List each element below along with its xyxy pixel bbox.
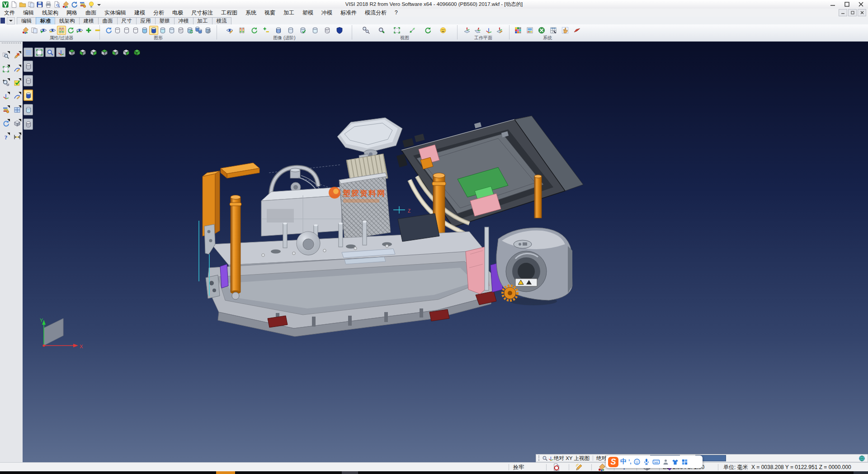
tab-progress[interactable]: 冲模 [174,17,193,24]
menu-window[interactable]: 视窗 [260,9,279,17]
more-commands-caret-icon[interactable] [97,4,101,8]
menu-machining[interactable]: 加工 [279,9,298,17]
view-front-button[interactable] [99,47,109,57]
image-properties-button[interactable] [525,26,534,35]
viewbar-grip[interactable] [538,455,539,461]
add-to-filter-button[interactable] [84,26,93,35]
measure-distance-button[interactable] [12,132,22,142]
zoom-extents-button[interactable] [377,26,386,35]
confirm-selection-button[interactable] [12,77,22,88]
zoom-scale-button[interactable] [0,77,11,88]
workplane-standard-button[interactable] [462,26,472,35]
new-document-button[interactable] [10,1,18,8]
plot-preview-button[interactable] [552,463,561,472]
render-view-button[interactable] [439,26,448,35]
context-help-button[interactable] [0,132,11,142]
layer-manager-button[interactable] [0,104,11,115]
snap-lock-label[interactable]: 拴牢 [513,463,524,472]
refresh-graphics-button[interactable] [104,26,113,35]
menu-solid-edit[interactable]: 实体编辑 [100,9,130,17]
graphics-viewport[interactable]: Z 塑胶资料网 Y X [23,42,868,462]
ime-punctuation-toggle[interactable]: ’, [628,459,632,465]
print-button[interactable] [44,1,52,8]
image-toggle-button[interactable] [262,26,271,35]
menu-help[interactable]: ? [391,9,402,17]
ime-emoji-button[interactable] [633,458,641,466]
ghost-mode-button[interactable] [24,118,33,130]
menu-mesh[interactable]: 网格 [62,9,81,17]
striped-render-button[interactable] [286,26,295,35]
regen-solid-button[interactable] [185,26,194,35]
tab-modeling[interactable]: 建模 [79,17,99,24]
rotate-view-button[interactable] [408,26,417,35]
close-button[interactable] [854,0,868,9]
zoom-preview-button[interactable] [0,50,11,61]
color-palette-button[interactable] [61,1,70,8]
textured-render-button[interactable] [274,26,283,35]
workplane-axis-button[interactable] [484,26,493,35]
show-entities-button[interactable] [39,26,48,35]
tab-dropdown-button[interactable] [7,17,15,24]
image-filters-button[interactable] [237,26,246,35]
hidden-line-view-button[interactable] [122,26,131,35]
ime-account-button[interactable] [662,458,670,466]
taskbar-app-gray[interactable] [342,471,358,474]
workplane-edit-button[interactable] [495,26,504,35]
regenerate-button[interactable] [66,26,75,35]
tab-standard[interactable]: 标准 [36,17,55,24]
menu-mould[interactable]: 塑模 [298,9,317,17]
edit-image-button[interactable] [225,26,234,35]
hide-entities-button[interactable] [48,26,57,35]
current-view-name[interactable]: 绝对 XY 上视图 [554,455,590,462]
print-preview-button[interactable] [53,1,61,8]
tab-surface[interactable]: 曲面 [98,17,118,24]
refresh-view-button[interactable] [423,26,432,35]
view-isometric-button[interactable] [132,47,142,57]
tab-machining[interactable]: 加工 [193,17,212,24]
view-left-button[interactable] [78,47,87,57]
move-ucs-button[interactable] [0,91,11,101]
color-settings-button[interactable] [514,26,523,35]
spline-edit-button[interactable] [12,91,22,101]
refresh-display-button[interactable] [0,118,11,128]
selection-filter-button[interactable] [561,26,570,35]
graphics-tools-button[interactable] [203,26,212,35]
wireframe-mode-button[interactable] [24,61,33,72]
glass-render-button[interactable] [311,26,320,35]
axes-display-button[interactable] [56,47,66,57]
sketch-edit-button[interactable] [12,64,22,74]
tab-flow[interactable]: 模流 [212,17,231,24]
menu-modeling[interactable]: 建模 [130,9,149,17]
system-options-button[interactable] [537,26,546,35]
mesh-render-button[interactable] [323,26,332,35]
flat-view-button[interactable] [167,26,176,35]
attribute-table-button[interactable] [549,26,558,35]
tab-application[interactable]: 应用 [136,17,156,24]
ime-toolbox-button[interactable] [681,458,689,466]
mesh-view-button[interactable] [176,26,185,35]
taskbar-app-orange[interactable] [216,471,235,474]
ime-voice-button[interactable] [643,458,651,466]
shaded-mode-button[interactable] [24,90,33,101]
workplane-rotate-button[interactable] [473,26,482,35]
copy-graphics-button[interactable] [194,26,203,35]
save-file-button[interactable] [36,1,44,8]
transparent-mode-button[interactable] [24,104,33,115]
menu-dimensioning[interactable]: 尺寸标注 [187,9,217,17]
grid-plane-button[interactable] [572,26,581,35]
viewport-menu-button[interactable] [24,47,33,57]
document-copy-button[interactable] [27,1,35,8]
cursor-mode-icon[interactable] [542,455,548,461]
menu-system[interactable]: 系统 [241,9,260,17]
attribute-filters-button[interactable] [57,26,66,35]
menu-drawing[interactable]: 工程图 [217,9,241,17]
dashed-view-button[interactable] [131,26,140,35]
tab-mould[interactable]: 塑膜 [155,17,175,24]
protected-render-button[interactable] [335,26,344,35]
stamp-tool-button[interactable] [598,463,606,472]
erase-entity-button[interactable] [12,50,22,61]
refresh-button[interactable] [70,1,78,8]
zoom-window-button[interactable] [392,26,401,35]
validated-render-button[interactable] [298,26,307,35]
show-hide-toggle-button[interactable] [75,26,84,35]
